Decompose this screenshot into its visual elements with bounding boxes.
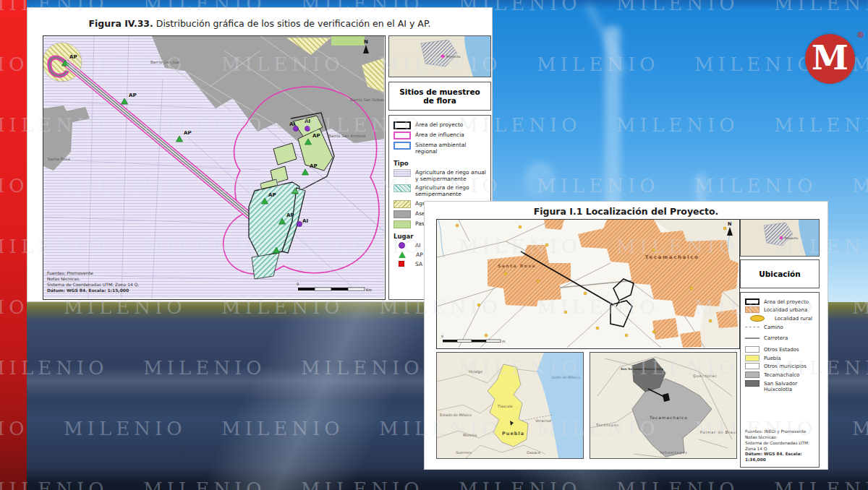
- figure-iv33-title: Figura IV.33. Distribución gráfica de lo…: [27, 18, 492, 29]
- legend-item: Otros Estados: [745, 346, 816, 353]
- legend-swatch-dot-yellow: [750, 315, 765, 322]
- figure-iv33-panel: Figura IV.33. Distribución gráfica de lo…: [27, 7, 493, 302]
- inset-map-svg: Proyecto: [389, 36, 490, 77]
- legend-swatch-tri-green: [399, 252, 406, 258]
- legend-label: Localidad rural: [775, 315, 812, 322]
- tecamachalco-label: Tecamachalco: [645, 254, 699, 260]
- source-line: Dátum: WGS 84. Escala: 1:36,000: [745, 452, 816, 463]
- puebla-label: Puebla: [502, 431, 524, 437]
- legend-item: Localidad rural: [745, 315, 816, 322]
- legend-title-ubicacion: Ubicación: [740, 259, 820, 288]
- municipio-label: Palmar de Bravo: [700, 430, 736, 434]
- legend-label: Otros municipios: [764, 363, 807, 369]
- legend-title-flora: Sitios de muestreo de flora: [388, 82, 491, 111]
- legend-item: Localidad urbana: [745, 306, 816, 313]
- state-label: Estado de México: [440, 413, 472, 417]
- legend-label: Área de influencia: [415, 132, 464, 139]
- registered-trademark-icon: ®: [856, 30, 864, 40]
- scale-label-left: 0: [297, 282, 299, 286]
- legend-swatch-fill-green: [393, 220, 411, 228]
- source-line: Fuentes: Promovente: [47, 270, 93, 275]
- ap-label: AP: [286, 212, 294, 218]
- legend-items-box: Área del proyectoLocalidad urbanaLocalid…: [740, 292, 820, 468]
- legend-item: Otros municipios: [745, 363, 816, 369]
- ai-label: AI: [305, 119, 310, 124]
- figure-i1-panel: Figura I.1 Localización del Proyecto.: [424, 201, 828, 470]
- map-source-notes: Fuentes: INEGI y Promovente Notas técnic…: [745, 428, 816, 464]
- puebla-inset-svg: Hidalgo Tlaxcala Estado de México Morelo…: [437, 353, 583, 458]
- legend-label: AI: [415, 242, 420, 249]
- ap-label: AP: [268, 192, 276, 198]
- ap-label: AP: [69, 54, 77, 60]
- legend-items-list: Área del proyectoLocalidad urbanaLocalid…: [745, 296, 816, 395]
- figure-iv33-title-text: Distribución gráfica de los sitios de ve…: [153, 18, 431, 29]
- project-marker: [441, 55, 445, 59]
- location-inset-map: Proyecto: [388, 35, 491, 77]
- legend-label: Agricultura de riego semipermanente: [415, 184, 488, 198]
- barrio-label: Santa Rosa: [48, 157, 70, 161]
- legend-item: Área del proyecto: [745, 298, 816, 305]
- milenio-article-image: Figura IV.33. Distribución gráfica de lo…: [0, 0, 868, 490]
- municipality-inset: San Salvador Huixcolotla Tecamachalco Qu…: [590, 352, 737, 459]
- barrio-label: Barrio San Juan: [150, 60, 182, 65]
- wind-turbine-hub: [524, 162, 556, 199]
- municipio-label: Yehualtepec: [659, 450, 688, 455]
- scale-label-right: Km: [366, 288, 372, 292]
- legend-swatch-box-blue: [393, 142, 411, 150]
- legend-label: Área del proyecto: [415, 121, 463, 129]
- north-label: N: [364, 39, 368, 45]
- state-label: Guerrero: [456, 450, 472, 455]
- ap-label: AP: [184, 130, 192, 136]
- location-inset-map: Proyecto: [740, 219, 820, 257]
- legend-label: SA: [415, 261, 422, 268]
- scale-label-right: m: [502, 340, 505, 343]
- red-edge-stripe: [0, 0, 27, 490]
- legend-item: Sistema ambiental regional: [393, 142, 488, 155]
- source-line: Notas técnicas.: [47, 276, 80, 281]
- legend-swatch-dot-purple: [399, 242, 405, 249]
- state-label: Hidalgo: [469, 369, 482, 374]
- legend-swatch-box-black: [393, 121, 411, 129]
- legend-swatch-fill-gray: [393, 210, 411, 218]
- state-label: Tlaxcala: [497, 404, 513, 408]
- gulf-label: Golfo de México: [551, 375, 581, 379]
- legend-swatch-line-dashed: [745, 327, 760, 333]
- legend-label: AP: [416, 252, 423, 259]
- legend-item: Tecamachalco: [745, 371, 816, 378]
- legend-item: San Salvador Huixcolotla: [745, 380, 816, 393]
- inset-project-label: Proyecto: [446, 55, 461, 59]
- source-line: Dátum: WGS 84. Escala: 1:15,000: [47, 288, 129, 293]
- legend-swatch-fill-darkgray: [745, 380, 760, 387]
- state-label: Morelos: [463, 433, 477, 437]
- municipio-label: Tochtepec: [595, 423, 619, 428]
- barrio-label: Barrio San Antonio: [328, 134, 366, 138]
- legend-label: Camino: [764, 324, 783, 330]
- ap-label: AP: [129, 93, 137, 98]
- pasture-patch: [331, 36, 365, 46]
- source-line: Notas técnicas:: [745, 435, 816, 441]
- legend-label: Carretera: [764, 335, 788, 341]
- ai-label: AI: [302, 218, 308, 224]
- legend-item: Camino: [745, 324, 816, 333]
- ap-label: AP: [310, 163, 318, 169]
- legend-item: Puebla: [745, 355, 816, 361]
- legend-label: San Salvador Huixcolotla: [764, 380, 816, 393]
- legend-label: Localidad urbana: [764, 306, 807, 313]
- project-marker: [780, 236, 783, 239]
- legend-swatch-box-white: [745, 346, 760, 353]
- ai-label: AI: [289, 121, 295, 127]
- legend-item: Área de influencia: [393, 132, 488, 139]
- legend-swatch-fill-orangehatch: [745, 306, 760, 313]
- legend-swatch-stripes-lavender: [393, 169, 411, 177]
- legend-label: Otros Estados: [764, 346, 799, 353]
- legend-item: Agricultura de riego semipermanente: [393, 184, 488, 198]
- verification-sites-map: AP AP AP AP AP AP AP AI AI AI Barrio San…: [43, 35, 386, 300]
- scale-label-left: 0: [441, 335, 443, 338]
- state-label: Veracruz: [535, 418, 551, 423]
- legend-item: Carretera: [745, 335, 816, 344]
- santa-rosa-label: Santa Rosa: [498, 263, 536, 268]
- barrio-label: Barrio San Sebastián: [350, 98, 384, 102]
- north-label: N: [728, 221, 731, 227]
- legend-label: Lugar: [393, 232, 413, 240]
- legend-swatch-box-black: [745, 298, 760, 305]
